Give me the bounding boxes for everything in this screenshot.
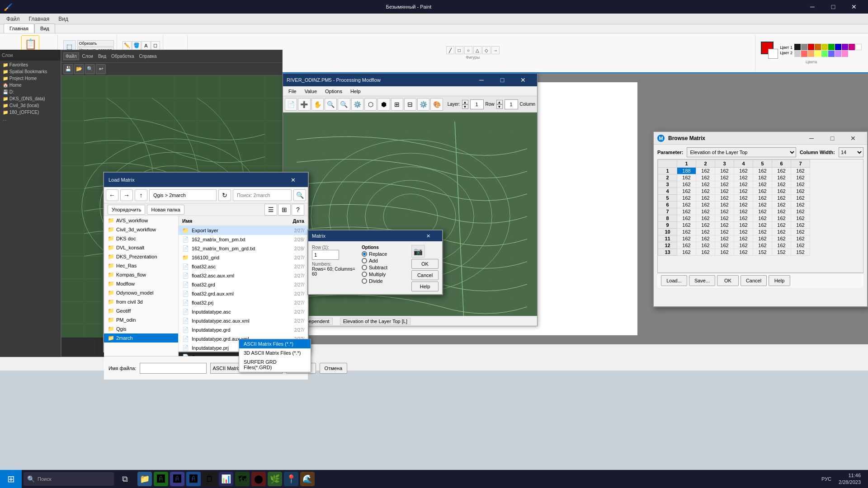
qgis-menu-file[interactable]: Файл: [63, 52, 79, 60]
tree-item-qgis[interactable]: 📁Qgis: [104, 324, 178, 333]
paint-minimize[interactable]: ─: [802, 0, 823, 13]
dropdown-item-3d-ascii[interactable]: 3D ASCII Matrix Files (*.*): [239, 348, 311, 357]
row-up[interactable]: ▲: [496, 100, 503, 104]
file-item-162-grd-txt[interactable]: 📄 162_matrix_from_pm_grd.txt 2/28/: [179, 244, 308, 253]
matrix-table-container[interactable]: 1 2 3 4 5 6 7 1 188 162 162: [657, 159, 863, 273]
qgis-menu-view[interactable]: Вид: [96, 53, 108, 60]
tb-app11[interactable]: 🌊: [300, 472, 315, 486]
taskbar-search[interactable]: 🔍 Поиск: [24, 472, 114, 486]
paint-tab-home[interactable]: Главная: [4, 23, 34, 33]
cell-1-7[interactable]: 162: [791, 168, 810, 174]
crop-btn[interactable]: Обрезать: [77, 40, 114, 47]
layer-up[interactable]: ▲: [462, 100, 468, 104]
text-tool[interactable]: A: [142, 41, 151, 50]
browse-load-btn[interactable]: Load...: [661, 275, 687, 286]
tb-app10[interactable]: 📍: [284, 472, 298, 486]
cell-1-4[interactable]: 162: [734, 168, 753, 174]
modflow-menu-value[interactable]: Value: [301, 88, 321, 95]
color-swatch[interactable]: [835, 44, 841, 50]
radio-add[interactable]: Add: [362, 258, 408, 263]
radio-subtract[interactable]: Subtract: [362, 265, 408, 270]
tree-item-hec-ras[interactable]: 📁Hec_Ras: [104, 261, 178, 270]
cancel-btn-load[interactable]: Отмена: [320, 363, 347, 374]
new-folder-btn[interactable]: Новая папка: [147, 205, 184, 215]
tb-app5[interactable]: 🗒: [203, 472, 217, 486]
small-ok-btn[interactable]: OK: [411, 259, 439, 269]
modflow-tool-r4[interactable]: ⊞: [391, 98, 403, 111]
tree-item-odynowo[interactable]: 📁Odynowo_model: [104, 288, 178, 297]
tree-item-avs[interactable]: 📁AVS_workflow: [104, 216, 178, 225]
file-item-inputdata-aux[interactable]: 📄 Inputdatatype.asc.aux.xml 2/27/: [179, 316, 308, 325]
modflow-tool-r1[interactable]: ⚙️: [351, 98, 363, 111]
shape-triangle[interactable]: △: [473, 46, 481, 54]
radio-divide[interactable]: Divide: [362, 278, 408, 284]
color-swatch[interactable]: [794, 51, 801, 57]
tree-item-geotiff[interactable]: 📁Geotiff: [104, 306, 178, 315]
browse-matrix-minimize[interactable]: ─: [801, 132, 822, 145]
file-item-export-layer[interactable]: 📁 Export layer 2/27/: [179, 226, 308, 235]
search-btn[interactable]: 🔍: [293, 189, 306, 201]
tb-app2[interactable]: 🅰: [154, 472, 168, 486]
task-view-btn[interactable]: ⧉: [116, 470, 134, 488]
color-swatch[interactable]: [821, 51, 828, 57]
nav-back[interactable]: ←: [106, 189, 118, 201]
layer-item-bookmarks[interactable]: 📁 Spatial Bookmarks: [1, 68, 60, 75]
nav-forward[interactable]: →: [120, 189, 133, 201]
color-swatch[interactable]: [821, 44, 828, 50]
layer-item-office[interactable]: 📁 180_(OFFICE): [1, 109, 60, 116]
browse-ok-btn[interactable]: OK: [717, 275, 739, 286]
tb-app9[interactable]: 🌿: [268, 472, 282, 486]
color-swatch[interactable]: [849, 44, 855, 50]
small-matrix-close[interactable]: ✕: [418, 230, 439, 242]
view-toggle[interactable]: ☰: [264, 204, 277, 216]
tree-item-dvl[interactable]: 📁DVL_konsalt: [104, 243, 178, 252]
color-swatch[interactable]: [828, 44, 835, 50]
cell-1-1[interactable]: 188: [677, 168, 696, 174]
file-item-166100[interactable]: 📁 166100_grid 2/27/: [179, 253, 308, 262]
load-matrix-close[interactable]: ✕: [283, 174, 303, 186]
tree-item-modflow[interactable]: 📁Modflow: [104, 279, 178, 288]
tree-item-from-civil[interactable]: 📁from civil 3d: [104, 297, 178, 306]
modflow-menu-file[interactable]: File: [285, 88, 300, 95]
param-select[interactable]: Elevation of the Layer Top: [687, 147, 796, 157]
modflow-tool-hand[interactable]: ✋: [311, 98, 324, 111]
tree-item-kompas[interactable]: 📁Kompas_flow: [104, 270, 178, 279]
tb-explorer[interactable]: 📁: [137, 472, 152, 486]
modflow-tool-zoom-plus[interactable]: 🔍: [325, 98, 337, 111]
layer-item-project[interactable]: 📁 Project Home: [1, 75, 60, 82]
color-swatch[interactable]: [801, 51, 807, 57]
eraser-tool[interactable]: ◻: [151, 41, 160, 50]
modflow-tool-r2[interactable]: ⬡: [364, 98, 377, 111]
organize-btn[interactable]: Упорядочить: [108, 205, 145, 215]
color-swatch[interactable]: [808, 44, 814, 50]
nav-up[interactable]: ↑: [135, 189, 147, 201]
paint-menu-home[interactable]: Главная: [24, 14, 54, 24]
modflow-tool-zoom-in[interactable]: ➕: [298, 98, 310, 111]
filename-input[interactable]: [140, 363, 207, 374]
file-item-float32-grd[interactable]: 📄 float32.grd 2/27/: [179, 280, 308, 289]
modflow-close[interactable]: ✕: [513, 74, 533, 86]
view-grid[interactable]: ⊞: [278, 204, 291, 216]
layer-item-civil[interactable]: 📁 Civil_3d (local): [1, 102, 60, 109]
color-swatch[interactable]: [828, 51, 835, 57]
color-swatch[interactable]: [842, 44, 848, 50]
search-input[interactable]: [233, 189, 292, 201]
tree-item-dks-doc[interactable]: 📁DKS doc: [104, 234, 178, 243]
qgis-menu-plugins[interactable]: Обработка: [109, 53, 136, 60]
paint-menu-file[interactable]: Файл: [2, 14, 24, 24]
small-cancel-btn[interactable]: Cancel: [411, 270, 439, 280]
layer-item-home[interactable]: 🏠 Home: [1, 82, 60, 89]
modflow-maximize[interactable]: □: [492, 74, 513, 86]
screenshot-btn[interactable]: 📷: [411, 245, 425, 258]
modflow-menu-options[interactable]: Options: [321, 88, 346, 95]
qgis-tool-save[interactable]: 💾: [63, 64, 73, 74]
qgis-menu-edit[interactable]: Слои: [80, 53, 95, 60]
tb-app3[interactable]: 🅰: [170, 472, 184, 486]
paint-maximize[interactable]: □: [823, 0, 844, 13]
row-down[interactable]: ▼: [496, 104, 503, 109]
dropdown-item-surfer[interactable]: SURFER GRD Files(*.GRD): [239, 357, 311, 372]
nav-refresh[interactable]: ↻: [218, 189, 231, 201]
cell-1-5[interactable]: 162: [753, 168, 772, 174]
layer-item-d[interactable]: 💾 D:: [1, 89, 60, 95]
cell-1-3[interactable]: 162: [715, 168, 734, 174]
